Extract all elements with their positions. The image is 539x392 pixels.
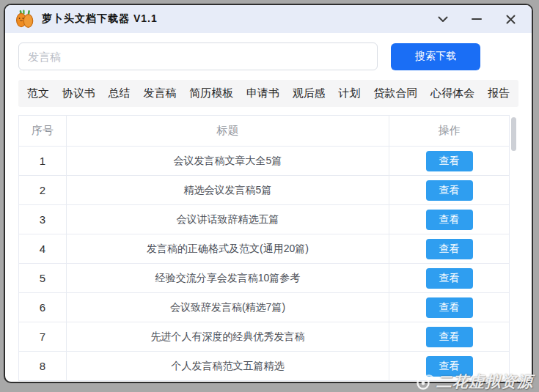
tab-baogao[interactable]: 报告: [486, 86, 511, 100]
view-button[interactable]: 查看: [426, 151, 473, 171]
search-download-button[interactable]: 搜索下载: [391, 43, 480, 70]
tab-fanwen[interactable]: 范文: [26, 86, 51, 100]
content-area: 搜索下载 范文 协议书 总结 发言稿 简历模板 申请书 观后感 计划 贷款合同 …: [5, 33, 532, 382]
search-row: 搜索下载: [18, 42, 518, 70]
carrot-icon: [14, 10, 36, 29]
view-button[interactable]: 查看: [426, 268, 473, 289]
chevron-down-icon[interactable]: [430, 9, 455, 29]
tab-xieyishu[interactable]: 协议书: [61, 86, 97, 100]
row-number: 2: [19, 176, 67, 205]
window-title: 萝卜头文档下载器 V1.1: [42, 12, 158, 26]
row-title: 会议发言稿文章大全5篇: [67, 147, 389, 176]
table-row: 2 精选会议发言稿5篇 查看: [19, 176, 510, 205]
row-number: 6: [19, 293, 67, 322]
results-table: 序号 标题 操作 1 会议发言稿文章大全5篇 查看 2 精选会议发言稿5篇 查看: [18, 115, 510, 381]
row-number: 1: [19, 147, 67, 176]
app-window: 萝卜头文档下载器 V1.1 搜索下载 范文 协议书 总结 发言稿 简历模板 申请…: [4, 4, 533, 383]
view-button[interactable]: 查看: [426, 210, 473, 230]
row-title: 先进个人有深度的经典优秀发言稿: [67, 322, 389, 352]
search-input[interactable]: [18, 42, 378, 70]
tab-guanhougan[interactable]: 观后感: [291, 86, 327, 100]
results-table-area: 序号 标题 操作 1 会议发言稿文章大全5篇 查看 2 精选会议发言稿5篇 查看: [18, 115, 507, 381]
table-header-row: 序号 标题 操作: [19, 116, 510, 147]
view-button[interactable]: 查看: [426, 239, 473, 259]
table-row: 4 发言稿的正确格式及范文(通用20篇) 查看: [19, 234, 510, 264]
row-title: 会议致辞发言稿(精选7篇): [67, 293, 389, 322]
row-title: 经验交流分享会发言稿10篇参考: [67, 264, 389, 293]
table-row: 1 会议发言稿文章大全5篇 查看: [19, 147, 510, 176]
row-number: 3: [19, 205, 67, 234]
row-number: 4: [19, 234, 67, 264]
row-number: 8: [19, 352, 67, 381]
header-title: 标题: [67, 116, 389, 147]
header-operation: 操作: [389, 116, 510, 147]
minimize-icon[interactable]: [464, 9, 489, 29]
row-number: 5: [19, 264, 67, 293]
table-row: 6 会议致辞发言稿(精选7篇) 查看: [19, 293, 510, 322]
table-row: 5 经验交流分享会发言稿10篇参考 查看: [19, 264, 510, 293]
tab-zongjie[interactable]: 总结: [107, 86, 132, 100]
table-row: 3 会议讲话致辞精选五篇 查看: [19, 205, 510, 234]
titlebar: 萝卜头文档下载器 V1.1: [5, 5, 532, 33]
tab-jianlimoban[interactable]: 简历模板: [188, 86, 235, 100]
row-number: 7: [19, 322, 67, 352]
row-title: 发言稿的正确格式及范文(通用20篇): [67, 234, 389, 264]
tab-jihua[interactable]: 计划: [337, 86, 362, 100]
view-button[interactable]: 查看: [426, 297, 473, 318]
tab-fayangao[interactable]: 发言稿: [142, 86, 177, 100]
vertical-scrollbar[interactable]: [511, 117, 516, 151]
row-title: 精选会议发言稿5篇: [67, 176, 389, 205]
row-title: 会议讲话致辞精选五篇: [67, 205, 389, 234]
close-icon[interactable]: [498, 9, 523, 29]
view-button[interactable]: 查看: [426, 327, 473, 347]
tab-shenqingshu[interactable]: 申请书: [245, 86, 281, 100]
view-button[interactable]: 查看: [426, 180, 473, 201]
row-title: 个人发言稿范文五篇精选: [67, 352, 389, 381]
tab-daikuanhetong[interactable]: 贷款合同: [372, 86, 419, 100]
table-row: 7 先进个人有深度的经典优秀发言稿 查看: [19, 322, 510, 352]
tab-xindetihui[interactable]: 心得体会: [429, 86, 476, 100]
header-number: 序号: [19, 116, 67, 147]
table-row: 8 个人发言稿范文五篇精选 查看: [19, 352, 510, 381]
category-tabbar: 范文 协议书 总结 发言稿 简历模板 申请书 观后感 计划 贷款合同 心得体会 …: [18, 80, 518, 107]
view-button[interactable]: 查看: [426, 356, 473, 377]
